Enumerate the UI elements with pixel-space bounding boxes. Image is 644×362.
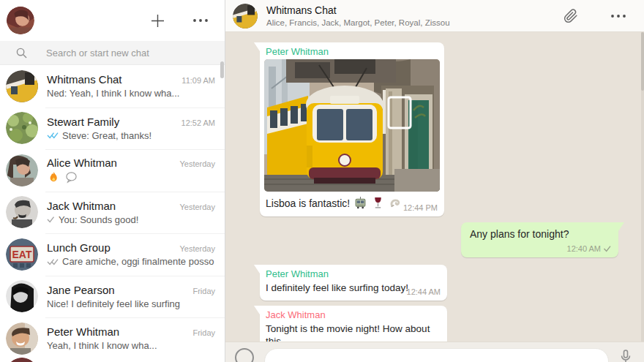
chat-preview: Nice! I definitely feel like surfing bbox=[47, 298, 180, 309]
photo-lisbon-tram[interactable] bbox=[264, 59, 440, 192]
list-item-jane-pearson[interactable]: Jane PearsonFriday Nice! I definitely fe… bbox=[0, 276, 225, 318]
avatar-peter bbox=[6, 323, 38, 355]
speech-balloon-emoji bbox=[65, 171, 78, 184]
chat-name: Alice Whitman bbox=[47, 157, 117, 169]
list-item-lunch-group[interactable]: EAT Lunch GroupYesterday Care amiche, og… bbox=[0, 233, 225, 276]
list-item-stewart-family[interactable]: Stewart Family12:52 AM Steve: Great, tha… bbox=[0, 108, 225, 150]
chat-name: Lunch Group bbox=[47, 241, 111, 254]
message-sender: Peter Whitman bbox=[260, 42, 444, 59]
message-time: 12:44 PM bbox=[403, 203, 438, 212]
emoji-picker-button[interactable] bbox=[235, 348, 254, 362]
sidebar: Whitmans Chat11:09 AM Ned: Yeah, I think… bbox=[0, 0, 225, 362]
plus-icon bbox=[151, 14, 165, 28]
chat-preview: Yeah, I think I know wha... bbox=[47, 340, 157, 351]
double-check-gray-icon bbox=[47, 258, 59, 265]
chat-preview: Steve: Great, thanks! bbox=[62, 130, 151, 141]
message-incoming-text[interactable]: Jack Whitman Tonight is the movie night!… bbox=[260, 306, 447, 342]
list-item-jack-whitman[interactable]: Jack WhitmanYesterday You: Sounds good! bbox=[0, 192, 225, 234]
conversation-title: Whitmans Chat bbox=[266, 4, 450, 16]
message-caption: Lisboa is fantastic! bbox=[266, 197, 350, 209]
avatar-jack bbox=[6, 196, 38, 228]
message-sender: Jack Whitman bbox=[260, 306, 447, 323]
sidebar-scrollbar[interactable] bbox=[220, 61, 224, 78]
avatar-garden bbox=[6, 112, 38, 144]
attach-button[interactable] bbox=[562, 7, 580, 25]
fire-emoji bbox=[48, 171, 60, 184]
message-outgoing[interactable]: Any plans for tonight? 12:40 AM bbox=[461, 222, 618, 257]
message-text-line1: Tonight is the movie night! How about th… bbox=[260, 323, 447, 342]
search-icon bbox=[16, 48, 27, 59]
chat-time: Yesterday bbox=[179, 203, 215, 211]
chat-preview: Care amiche, oggi finalmente posso bbox=[62, 256, 214, 267]
chat-preview: You: Sounds good! bbox=[59, 214, 138, 225]
chat-name: Jack Whitman bbox=[47, 200, 116, 212]
double-check-blue-icon bbox=[47, 132, 59, 139]
message-text: Any plans for tonight? bbox=[470, 228, 569, 240]
tram-emoji bbox=[354, 197, 367, 209]
chat-name: Stewart Family bbox=[47, 116, 119, 128]
whatsapp-window: Whitmans Chat11:09 AM Ned: Yeah, I think… bbox=[0, 0, 644, 362]
message-sender: Peter Whitman bbox=[260, 265, 447, 282]
list-item-alice-whitman[interactable]: Alice WhitmanYesterday bbox=[0, 149, 225, 192]
avatar-jane bbox=[6, 280, 38, 312]
single-check-icon bbox=[47, 216, 55, 223]
conversation-menu-button[interactable] bbox=[609, 12, 628, 20]
chat-name: Jane Pearson bbox=[47, 284, 115, 296]
conversation-scrollbar[interactable] bbox=[641, 32, 644, 342]
svg-text:EAT: EAT bbox=[12, 249, 32, 260]
avatar-alice bbox=[6, 154, 38, 186]
shrimp-emoji bbox=[389, 197, 402, 209]
search-input[interactable] bbox=[46, 48, 214, 59]
sidebar-menu-button[interactable] bbox=[191, 17, 210, 24]
avatar-eat-sign: EAT bbox=[6, 238, 38, 271]
message-time: 12:40 AM bbox=[567, 244, 612, 253]
wine-glass-emoji bbox=[372, 197, 384, 209]
message-incoming-text[interactable]: Peter Whitman I definitely feel like sur… bbox=[260, 265, 447, 301]
sidebar-header bbox=[0, 0, 225, 41]
message-time: 12:44 AM bbox=[407, 287, 441, 296]
single-check-icon bbox=[603, 245, 612, 252]
chat-time: Friday bbox=[192, 287, 215, 295]
composer bbox=[225, 342, 644, 362]
chat-time: 12:52 AM bbox=[181, 118, 215, 127]
ellipsis-icon bbox=[610, 14, 626, 18]
conversation-pane: Whitmans Chat Alice, Francis, Jack, Marg… bbox=[225, 0, 644, 362]
user-avatar[interactable] bbox=[7, 7, 34, 34]
chat-time: Yesterday bbox=[179, 244, 215, 253]
avatar-tram bbox=[6, 70, 38, 102]
chat-time: Friday bbox=[192, 328, 215, 337]
group-avatar[interactable] bbox=[233, 4, 258, 29]
ellipsis-icon bbox=[192, 18, 209, 23]
message-incoming-photo[interactable]: Peter Whitman bbox=[260, 42, 444, 216]
list-item-peter-whitman[interactable]: Peter WhitmanFriday Yeah, I think I know… bbox=[0, 317, 225, 360]
paperclip-icon bbox=[564, 9, 578, 23]
search-bar bbox=[0, 41, 225, 65]
chat-name: Whitmans Chat bbox=[47, 73, 122, 86]
message-list: Peter Whitman bbox=[225, 32, 644, 342]
conversation-members: Alice, Francis, Jack, Margot, Peter, Roy… bbox=[266, 18, 450, 27]
chat-list: Whitmans Chat11:09 AM Ned: Yeah, I think… bbox=[0, 65, 225, 362]
message-input[interactable] bbox=[264, 348, 609, 362]
chat-time: Yesterday bbox=[179, 159, 215, 168]
chat-name: Peter Whitman bbox=[47, 325, 119, 338]
conversation-header: Whitmans Chat Alice, Francis, Jack, Marg… bbox=[225, 0, 644, 32]
chat-time: 11:09 AM bbox=[181, 76, 215, 85]
voice-message-button[interactable] bbox=[619, 348, 632, 362]
list-item-whitmans-chat[interactable]: Whitmans Chat11:09 AM Ned: Yeah, I think… bbox=[0, 65, 225, 108]
chat-preview: Ned: Yeah, I think I know wha... bbox=[47, 88, 179, 99]
conversation-titles[interactable]: Whitmans Chat Alice, Francis, Jack, Marg… bbox=[266, 4, 450, 27]
mic-icon bbox=[621, 350, 631, 362]
new-chat-button[interactable] bbox=[149, 12, 166, 29]
